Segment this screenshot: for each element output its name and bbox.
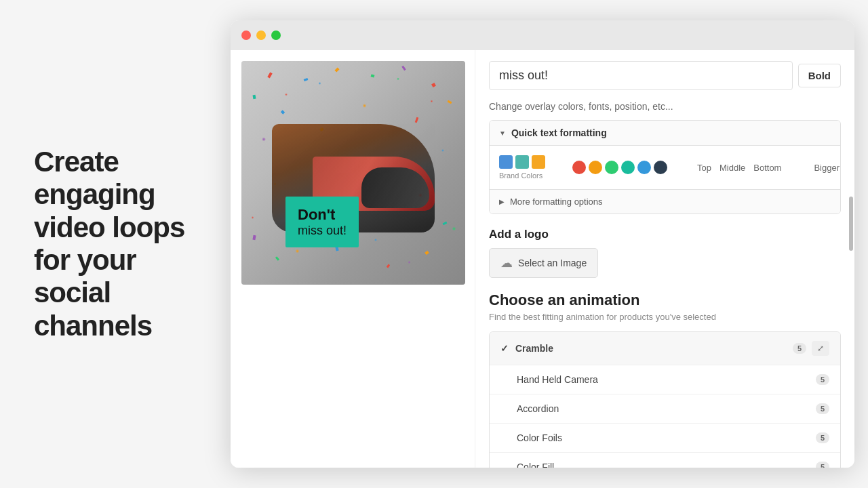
animation-badge-accordion: 5 [816,403,829,414]
animation-name-accordion: Accordion [500,403,810,414]
animation-section: Choose an animation Find the best fittin… [489,291,841,468]
browser-window: Don't miss out! Bold Change overlay colo… [231,20,854,468]
overlay-change-label: Change overlay colors, fonts, position, … [489,101,841,112]
text-overlay: Don't miss out! [285,197,359,247]
more-formatting-row[interactable]: ▶ More formatting options [490,189,840,214]
brand-color-swatches [499,155,545,169]
swatch-teal[interactable] [515,155,529,169]
close-button[interactable] [241,30,251,40]
page-wrapper: Create engaging video loops for your soc… [0,0,868,488]
add-logo-section: Add a logo ☁ Select an Image [489,228,841,278]
left-panel: Create engaging video loops for your soc… [0,119,231,369]
swatch-blue[interactable] [499,155,513,169]
animation-item-cramble[interactable]: ✓ Cramble 5 ⤢ [490,332,840,365]
image-area: Don't miss out! [231,50,475,468]
chevron-right-icon: ▶ [499,198,505,205]
dot-swatch-dark[interactable] [654,161,667,174]
select-image-label: Select an Image [518,258,587,268]
position-bottom-button[interactable]: Bottom [751,161,784,174]
select-image-button[interactable]: ☁ Select an Image [489,248,598,278]
animation-name-colorfill: Color Fill [500,462,810,468]
animation-subtitle: Find the best fitting animation for prod… [489,312,841,322]
animation-list: ✓ Cramble 5 ⤢ Hand Held Camera 5 Acc [489,331,841,468]
animation-name-cramble: Cramble [515,343,787,354]
more-formatting-label: More formatting options [510,197,603,207]
size-buttons: Bigger Smaller [811,161,841,174]
maximize-button[interactable] [271,30,281,40]
formatting-body: Brand Colors [490,146,840,189]
animation-badge-handheld: 5 [816,374,829,385]
add-logo-title: Add a logo [489,228,841,241]
formatting-header[interactable]: ▼ Quick text formatting [490,121,840,146]
position-buttons: Top Middle Bottom [694,161,784,174]
scrollbar[interactable] [849,197,853,251]
text-input-row: Bold [489,61,841,90]
title-bar [231,20,854,50]
overlay-line1: Don't [298,206,347,224]
overlay-line2: miss out! [298,224,347,238]
hero-headline: Create engaging video loops for your soc… [34,146,197,342]
check-icon: ✓ [500,343,509,354]
dot-swatch-green[interactable] [605,161,618,174]
animation-badge-cramble: 5 [793,343,806,354]
product-image: Don't miss out! [241,61,465,285]
sneaker-toe [361,167,429,208]
animation-item-colorfoils[interactable]: Color Foils 5 [490,424,840,453]
animation-name-handheld: Hand Held Camera [500,374,810,385]
preview-button-cramble[interactable]: ⤢ [812,341,829,356]
swatch-orange[interactable] [532,155,545,169]
animation-item-accordion[interactable]: Accordion 5 [490,394,840,424]
upload-icon: ☁ [500,256,513,270]
animation-item-handheld[interactable]: Hand Held Camera 5 [490,365,840,394]
animation-item-colorfill[interactable]: Color Fill 5 [490,453,840,468]
dot-color-swatches [572,161,667,174]
dot-swatch-orange[interactable] [589,161,602,174]
browser-content: Don't miss out! Bold Change overlay colo… [231,50,854,468]
dot-swatch-red[interactable] [572,161,586,174]
dot-swatch-blue[interactable] [637,161,651,174]
main-text-input[interactable] [489,61,793,90]
animation-name-colorfoils: Color Foils [500,432,810,443]
chevron-down-icon: ▼ [499,129,506,137]
formatting-title: Quick text formatting [511,127,607,138]
bold-button[interactable]: Bold [798,64,841,87]
animation-badge-colorfill: 5 [816,462,829,468]
brand-colors-group: Brand Colors [499,155,545,180]
position-top-button[interactable]: Top [694,161,714,174]
dot-swatch-teal[interactable] [621,161,635,174]
animation-title: Choose an animation [489,291,841,309]
right-panel[interactable]: Bold Change overlay colors, fonts, posit… [475,50,854,468]
minimize-button[interactable] [256,30,266,40]
brand-colors-label: Brand Colors [499,171,545,180]
size-bigger-button[interactable]: Bigger [811,161,841,174]
sneaker-background [241,61,465,285]
formatting-section: ▼ Quick text formatting Brand Colors [489,120,841,214]
animation-badge-colorfoils: 5 [816,432,829,443]
position-middle-button[interactable]: Middle [717,161,748,174]
